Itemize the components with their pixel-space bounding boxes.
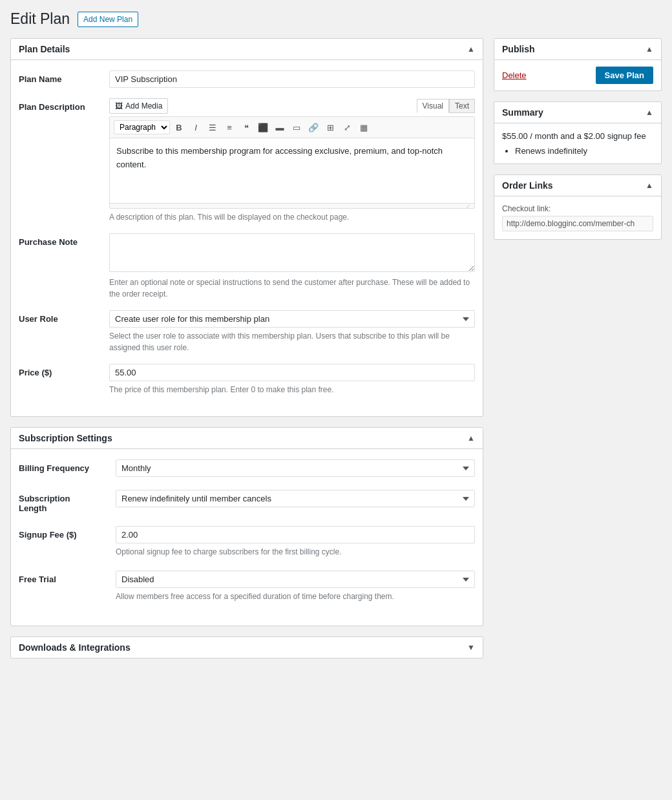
- purchase-note-hint: Enter an optional note or special instru…: [109, 277, 475, 300]
- publish-header: Publish ▲: [494, 39, 661, 60]
- side-column: Publish ▲ Delete Save Plan Summary ▲ $55…: [494, 38, 662, 240]
- plan-name-input[interactable]: [109, 70, 475, 88]
- price-label: Price ($): [19, 364, 109, 377]
- plan-name-control: [109, 70, 475, 88]
- publish-panel: Publish ▲ Delete Save Plan: [494, 38, 662, 91]
- price-row: Price ($) The price of this membership p…: [19, 364, 475, 395]
- plan-description-control: 🖼 Add Media Visual Text Paragr: [109, 98, 475, 223]
- add-new-button[interactable]: Add New Plan: [78, 12, 138, 27]
- subscription-settings-title: Subscription Settings: [19, 433, 112, 443]
- grid-button[interactable]: ▦: [356, 120, 372, 135]
- main-column: Plan Details ▲ Plan Name Plan Descriptio…: [10, 38, 483, 658]
- price-control: The price of this membership plan. Enter…: [109, 364, 475, 395]
- ul-button[interactable]: ☰: [205, 120, 220, 135]
- save-plan-button[interactable]: Save Plan: [596, 67, 653, 84]
- order-links-panel: Order Links ▲ Checkout link:: [494, 174, 662, 240]
- signup-fee-hint: Optional signup fee to charge subscriber…: [116, 546, 475, 558]
- align-right-button[interactable]: ▭: [289, 120, 304, 135]
- checkout-label: Checkout link:: [502, 204, 653, 213]
- subscription-length-row: SubscriptionLength Renew indefinitely un…: [19, 490, 475, 513]
- purchase-note-input[interactable]: [109, 233, 475, 272]
- summary-price: $55.00 / month and a $2.00 signup fee: [502, 131, 653, 141]
- subscription-settings-body: Billing Frequency Monthly Yearly Weekly …: [11, 449, 483, 626]
- summary-body: $55.00 / month and a $2.00 signup fee Re…: [494, 123, 661, 163]
- fullscreen-button[interactable]: ⤢: [339, 120, 355, 135]
- downloads-panel: Downloads & Integrations ▼: [10, 637, 483, 658]
- signup-fee-label: Signup Fee ($): [19, 526, 116, 540]
- paragraph-format-select[interactable]: Paragraph: [114, 120, 170, 134]
- billing-frequency-control: Monthly Yearly Weekly Daily: [116, 459, 475, 477]
- ol-button[interactable]: ≡: [222, 120, 237, 135]
- plan-details-toggle[interactable]: ▲: [467, 45, 475, 54]
- subscription-settings-toggle[interactable]: ▲: [467, 434, 475, 443]
- summary-title: Summary: [502, 107, 543, 118]
- user-role-hint: Select the user role to associate with t…: [109, 330, 475, 353]
- billing-frequency-row: Billing Frequency Monthly Yearly Weekly …: [19, 459, 475, 477]
- plan-details-title: Plan Details: [19, 44, 70, 54]
- subscription-length-select[interactable]: Renew indefinitely until member cancels …: [116, 490, 475, 507]
- publish-title: Publish: [502, 44, 535, 54]
- italic-button[interactable]: I: [188, 120, 204, 135]
- editor-format-bar: Paragraph B I ☰ ≡ ❝ ⬛ ▬ ▭ 🔗: [110, 117, 474, 138]
- editor-wrapper: Paragraph B I ☰ ≡ ❝ ⬛ ▬ ▭ 🔗: [109, 116, 475, 209]
- editor-resize-handle[interactable]: ⟋: [110, 203, 474, 208]
- signup-fee-row: Signup Fee ($) Optional signup fee to ch…: [19, 526, 475, 558]
- bold-button[interactable]: B: [171, 120, 187, 135]
- free-trial-select[interactable]: Disabled 1 Day 1 Week 1 Month: [116, 571, 475, 588]
- add-media-label: Add Media: [125, 101, 162, 111]
- add-media-button[interactable]: 🖼 Add Media: [109, 98, 168, 114]
- summary-toggle[interactable]: ▲: [646, 108, 653, 117]
- plan-details-panel: Plan Details ▲ Plan Name Plan Descriptio…: [10, 38, 483, 417]
- free-trial-label: Free Trial: [19, 571, 116, 584]
- user-role-label: User Role: [19, 310, 109, 324]
- downloads-title: Downloads & Integrations: [19, 642, 131, 653]
- page-title: Edit Plan: [10, 10, 70, 28]
- description-hint: A description of this plan. This will be…: [109, 211, 475, 223]
- plan-name-label: Plan Name: [19, 70, 109, 84]
- table-button[interactable]: ⊞: [322, 120, 338, 135]
- subscription-settings-header: Subscription Settings ▲: [11, 428, 483, 449]
- blockquote-button[interactable]: ❝: [238, 120, 254, 135]
- order-links-body: Checkout link:: [494, 196, 661, 239]
- downloads-header[interactable]: Downloads & Integrations ▼: [11, 637, 483, 658]
- editor-content-area[interactable]: Subscribe to this membership program for…: [110, 138, 474, 203]
- align-left-button[interactable]: ⬛: [255, 120, 271, 135]
- price-input[interactable]: [109, 364, 475, 381]
- editor-toolbar-top: 🖼 Add Media Visual Text: [109, 98, 475, 114]
- link-button[interactable]: 🔗: [306, 120, 321, 135]
- checkout-url-input[interactable]: [502, 216, 653, 231]
- plan-details-body: Plan Name Plan Description 🖼 Add Media: [11, 60, 483, 416]
- signup-fee-control: Optional signup fee to charge subscriber…: [116, 526, 475, 558]
- summary-header: Summary ▲: [494, 102, 661, 123]
- plan-name-row: Plan Name: [19, 70, 475, 88]
- summary-renews: Renews indefinitely: [515, 146, 653, 156]
- align-center-button[interactable]: ▬: [272, 120, 288, 135]
- purchase-note-control: Enter an optional note or special instru…: [109, 233, 475, 300]
- main-layout: Plan Details ▲ Plan Name Plan Descriptio…: [10, 38, 662, 658]
- user-role-control: Create user role for this membership pla…: [109, 310, 475, 353]
- publish-toggle[interactable]: ▲: [646, 45, 653, 54]
- subscription-settings-panel: Subscription Settings ▲ Billing Frequenc…: [10, 427, 483, 626]
- add-media-icon: 🖼: [115, 101, 123, 111]
- purchase-note-row: Purchase Note Enter an optional note or …: [19, 233, 475, 300]
- editor-view-tabs: Visual Text: [417, 99, 475, 113]
- order-links-toggle[interactable]: ▲: [646, 181, 653, 190]
- downloads-toggle[interactable]: ▼: [467, 643, 475, 652]
- page-header: Edit Plan Add New Plan: [10, 10, 662, 28]
- plan-description-label: Plan Description: [19, 98, 109, 112]
- billing-frequency-select[interactable]: Monthly Yearly Weekly Daily: [116, 459, 475, 477]
- plan-details-header: Plan Details ▲: [11, 39, 483, 60]
- subscription-length-control: Renew indefinitely until member cancels …: [116, 490, 475, 507]
- tab-visual[interactable]: Visual: [417, 99, 449, 113]
- tab-text[interactable]: Text: [449, 99, 475, 113]
- summary-panel: Summary ▲ $55.00 / month and a $2.00 sig…: [494, 101, 662, 164]
- purchase-note-label: Purchase Note: [19, 233, 109, 247]
- free-trial-control: Disabled 1 Day 1 Week 1 Month Allow memb…: [116, 571, 475, 602]
- delete-link[interactable]: Delete: [502, 70, 527, 80]
- subscription-length-label: SubscriptionLength: [19, 490, 116, 513]
- signup-fee-input[interactable]: [116, 526, 475, 543]
- publish-actions: Delete Save Plan: [494, 60, 661, 90]
- free-trial-hint: Allow members free access for a specifie…: [116, 591, 475, 602]
- price-hint: The price of this membership plan. Enter…: [109, 384, 475, 395]
- user-role-select[interactable]: Create user role for this membership pla…: [109, 310, 475, 328]
